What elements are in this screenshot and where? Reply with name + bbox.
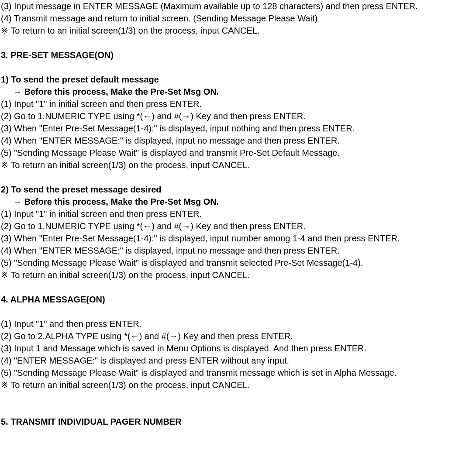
section-4-step-5: (5) "Sending Message Please Wait" is dis…: [0, 367, 476, 379]
section-4-cancel-note: ※ To return an initial screen(1/3) on th…: [0, 379, 476, 391]
section-3-sub2-step-3: (3) When "Enter Pre-Set Message(1-4):" i…: [0, 232, 476, 244]
section-3-sub1-step-5: (5) "Sending Message Please Wait" is dis…: [0, 147, 476, 159]
section-4-step-4: (4) "ENTER MESSAGE:" is displayed and pr…: [0, 354, 476, 367]
section-3-sub1-cancel-note: ※ To return an initial screen(1/3) on th…: [0, 159, 476, 171]
section-3-sub1-note: → Before this process, Make the Pre-Set …: [0, 86, 476, 98]
section-3-heading: 3. PRE-SET MESSAGE(ON): [0, 49, 476, 61]
spacer: [0, 306, 476, 318]
section-3-sub2-step-1: (1) Input "1" in initial screen and then…: [0, 208, 476, 220]
section-4-step-3: (3) Input 1 and Message which is saved i…: [0, 342, 476, 354]
spacer: [0, 281, 476, 293]
section-3-sub2-step-4: (4) When "ENTER MESSAGE:" is displayed, …: [0, 244, 476, 257]
prelude-cancel-note: ※ To return to an initial screen(1/3) on…: [0, 24, 476, 37]
section-3-sub1-step-2: (2) Go to 1.NUMERIC TYPE using *(←) and …: [0, 110, 476, 122]
section-3-sub2-step-2: (2) Go to 1.NUMERIC TYPE using *(←) and …: [0, 220, 476, 232]
section-3-sub1-title: 1) To send the preset default message: [0, 73, 476, 86]
section-5-heading: 5. TRANSMIT INDIVIDUAL PAGER NUMBER: [0, 415, 476, 428]
spacer: [0, 403, 476, 415]
prelude-step-3: (3) Input message in ENTER MESSAGE (Maxi…: [0, 0, 476, 12]
prelude-step-4: (4) Transmit message and return to initi…: [0, 12, 476, 24]
spacer: [0, 37, 476, 49]
section-4-step-1: (1) Input "1" and then press ENTER.: [0, 318, 476, 330]
section-3-sub2-note: → Before this process, Make the Pre-Set …: [0, 196, 476, 208]
section-3-sub1-step-3: (3) When "Enter Pre-Set Message(1-4):" i…: [0, 122, 476, 134]
spacer: [0, 171, 476, 183]
section-3-sub2-title: 2) To send the preset message desired: [0, 183, 476, 196]
section-4-step-2: (2) Go to 2.ALPHA TYPE using *(←) and #(…: [0, 330, 476, 342]
section-3-sub1-step-1: (1) Input "1" in initial screen and then…: [0, 98, 476, 110]
document-page: (3) Input message in ENTER MESSAGE (Maxi…: [0, 0, 476, 467]
section-3-sub2-step-5: (5) "Sending Message Please Wait" is dis…: [0, 257, 476, 269]
section-3-sub2-cancel-note: ※ To return an initial screen(1/3) on th…: [0, 269, 476, 281]
spacer: [0, 391, 476, 403]
section-3-sub1-step-4: (4) When "ENTER MESSAGE:" is displayed, …: [0, 134, 476, 147]
spacer: [0, 61, 476, 73]
section-4-heading: 4. ALPHA MESSAGE(ON): [0, 293, 476, 306]
